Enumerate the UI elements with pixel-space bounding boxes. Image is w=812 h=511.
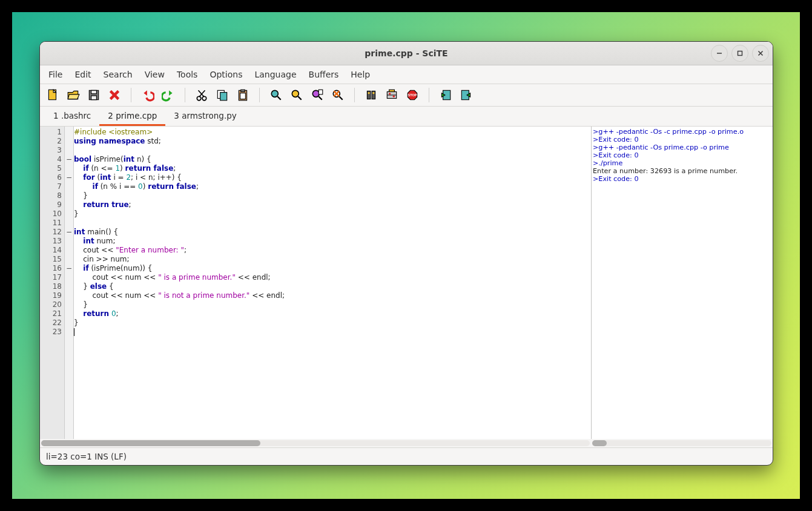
- code-editor[interactable]: 1234567891011121314151617181920212223 −−…: [40, 127, 591, 439]
- compile-icon: [365, 88, 378, 102]
- menubar: FileEditSearchViewToolsOptionsLanguageBu…: [40, 65, 773, 84]
- line-number-gutter[interactable]: 1234567891011121314151617181920212223: [40, 127, 65, 439]
- svg-rect-23: [240, 93, 246, 99]
- toolbar-separator: [185, 88, 185, 102]
- svg-rect-20: [220, 93, 227, 101]
- svg-point-37: [368, 92, 370, 94]
- menu-language[interactable]: Language: [248, 67, 302, 82]
- open-icon: [67, 88, 80, 102]
- new-button[interactable]: [44, 86, 62, 104]
- svg-point-24: [271, 90, 278, 97]
- undo-icon: [141, 88, 154, 102]
- output-h-scrollbar[interactable]: [591, 439, 773, 447]
- window-title: prime.cpp - SciTE: [40, 48, 773, 58]
- find-next-button[interactable]: [288, 86, 306, 104]
- save-button[interactable]: [85, 86, 103, 104]
- status-bar: li=23 co=1 INS (LF): [40, 447, 773, 465]
- compile-button[interactable]: [362, 86, 380, 104]
- find-files-icon: [311, 88, 324, 102]
- svg-line-29: [319, 96, 322, 100]
- content-area: 1234567891011121314151617181920212223 −−…: [40, 127, 773, 447]
- svg-rect-43: [389, 90, 395, 91]
- tab-label: 2 prime.cpp: [108, 111, 157, 120]
- build-button[interactable]: [383, 86, 401, 104]
- svg-text:STOP: STOP: [408, 93, 417, 97]
- toolbar-separator: [131, 88, 131, 102]
- svg-rect-10: [91, 96, 97, 100]
- menu-tools[interactable]: Tools: [171, 67, 204, 82]
- redo-button[interactable]: [159, 86, 177, 104]
- redo-icon: [162, 88, 175, 102]
- svg-marker-14: [169, 90, 173, 96]
- toolbar-separator: [429, 88, 429, 102]
- tab-label: 3 armstrong.py: [174, 111, 236, 120]
- close-button[interactable]: [105, 86, 124, 104]
- menu-options[interactable]: Options: [203, 67, 248, 82]
- svg-rect-22: [241, 90, 245, 91]
- stop-button[interactable]: STOP: [403, 86, 421, 104]
- minimize-button[interactable]: [711, 45, 728, 62]
- tab-2[interactable]: 3 armstrong.py: [165, 107, 245, 126]
- cut-icon: [195, 88, 208, 102]
- menu-view[interactable]: View: [139, 67, 171, 82]
- replace-icon: [331, 88, 345, 102]
- find-files-button[interactable]: [308, 86, 326, 104]
- prev-button[interactable]: [437, 86, 455, 104]
- status-text: li=23 co=1 INS (LF): [46, 452, 127, 461]
- svg-marker-7: [68, 94, 79, 99]
- svg-marker-13: [144, 90, 147, 96]
- svg-line-27: [298, 96, 302, 100]
- next-icon: [460, 88, 473, 102]
- paste-icon: [236, 88, 249, 102]
- output-pane[interactable]: >g++ -pedantic -Os -c prime.cpp -o prime…: [591, 127, 773, 439]
- find-icon: [269, 88, 283, 102]
- toolbar-separator: [354, 88, 355, 102]
- tab-bar: 1 .bashrc2 prime.cpp3 armstrong.py: [40, 107, 773, 127]
- menu-help[interactable]: Help: [345, 67, 376, 82]
- svg-line-32: [339, 96, 343, 100]
- svg-line-25: [277, 96, 281, 100]
- prev-icon: [439, 88, 452, 102]
- fold-gutter[interactable]: −−−−: [65, 127, 74, 439]
- svg-point-38: [372, 92, 374, 94]
- tab-0[interactable]: 1 .bashrc: [45, 107, 99, 126]
- copy-button[interactable]: [213, 86, 231, 104]
- menu-search[interactable]: Search: [97, 67, 139, 82]
- maximize-button[interactable]: [731, 45, 748, 62]
- close-button[interactable]: [752, 45, 769, 62]
- paste-button[interactable]: [234, 86, 252, 104]
- open-button[interactable]: [64, 86, 82, 104]
- new-icon: [46, 88, 59, 102]
- copy-icon: [216, 88, 229, 102]
- scite-window: prime.cpp - SciTE FileEditSearchViewTool…: [39, 41, 773, 466]
- svg-rect-1: [738, 51, 742, 56]
- tab-label: 1 .bashrc: [53, 111, 91, 120]
- svg-rect-30: [319, 90, 323, 94]
- replace-button[interactable]: [329, 86, 347, 104]
- tab-1[interactable]: 2 prime.cpp: [99, 107, 165, 126]
- build-icon: [385, 88, 398, 102]
- stop-icon: STOP: [406, 88, 419, 102]
- find-next-icon: [290, 88, 303, 102]
- svg-point-42: [393, 96, 395, 97]
- menu-file[interactable]: File: [42, 67, 68, 82]
- code-text-area[interactable]: #include <iostream>using namespace std;b…: [74, 127, 591, 439]
- svg-point-26: [292, 90, 299, 97]
- editor-h-scrollbar[interactable]: [40, 439, 591, 447]
- titlebar[interactable]: prime.cpp - SciTE: [40, 42, 773, 65]
- next-button[interactable]: [457, 86, 475, 104]
- close-icon: [108, 88, 121, 102]
- menu-edit[interactable]: Edit: [68, 67, 97, 82]
- svg-rect-9: [91, 90, 97, 94]
- desktop-wallpaper: prime.cpp - SciTE FileEditSearchViewTool…: [0, 0, 812, 511]
- toolbar-separator: [259, 88, 260, 102]
- find-button[interactable]: [267, 86, 285, 104]
- svg-point-28: [312, 90, 319, 97]
- window-controls: [711, 45, 769, 62]
- toolbar: STOP: [40, 84, 773, 107]
- cut-button[interactable]: [193, 86, 211, 104]
- svg-point-41: [389, 93, 391, 94]
- undo-button[interactable]: [139, 86, 157, 104]
- save-icon: [87, 88, 101, 102]
- menu-buffers[interactable]: Buffers: [303, 67, 345, 82]
